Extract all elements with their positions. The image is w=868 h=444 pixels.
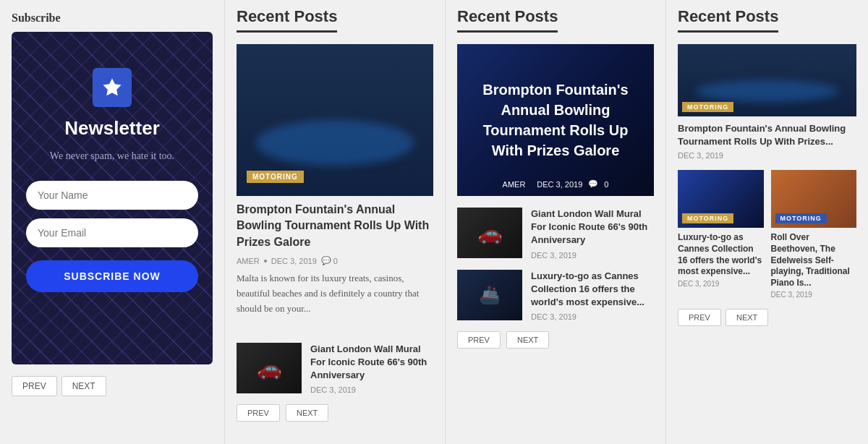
- col1-small-post: Giant London Wall Mural For Iconic Route…: [237, 343, 433, 395]
- email-input[interactable]: [26, 218, 198, 247]
- col2-featured-meta: AMER DEC 3, 2019 💬 0: [457, 179, 654, 189]
- col2-featured-overlay: Brompton Fountain's Annual Bowling Tourn…: [457, 44, 654, 196]
- col2-small-img1: [457, 208, 522, 258]
- next-button[interactable]: NEXT: [61, 376, 106, 396]
- meta-dot: [264, 260, 267, 262]
- col3-small-badge2: MOTORING: [775, 213, 827, 223]
- subscribe-pagination: PREV NEXT: [12, 376, 213, 396]
- col2-comments: 0: [604, 180, 608, 189]
- recent-posts-col2: Recent Posts Brompton Fountain's Annual …: [445, 0, 665, 444]
- col3-small-item2: MOTORING Roll Over Beethoven, The Edelwe…: [771, 170, 857, 299]
- subscribe-button[interactable]: SUBSCRIBE NOW: [26, 260, 198, 292]
- col1-featured-title: Brompton Fountain's Annual Bowling Tourn…: [237, 202, 433, 250]
- col3-small-title1: Luxury-to-go as Cannes Collection 16 off…: [678, 232, 764, 277]
- col3-small-date2: DEC 3, 2019: [771, 291, 857, 299]
- col2-small-title1: Giant London Wall Mural For Iconic Route…: [531, 208, 654, 247]
- name-input[interactable]: [26, 181, 198, 210]
- col3-post1-date: DEC 3, 2019: [678, 151, 856, 160]
- col1-small-content: Giant London Wall Mural For Iconic Route…: [310, 343, 433, 395]
- col2-small-post1: Giant London Wall Mural For Iconic Route…: [457, 208, 654, 260]
- col3-small-badge1: MOTORING: [682, 213, 733, 223]
- col3-next-btn[interactable]: NEXT: [726, 309, 768, 326]
- col1-author: AMER: [237, 257, 260, 265]
- subscribe-box: Newsletter We never spam, we hate it too…: [12, 32, 213, 364]
- col3-small-date1: DEC 3, 2019: [678, 280, 764, 288]
- col1-prev-btn[interactable]: PREV: [237, 404, 280, 422]
- col3-two-col: MOTORING Luxury-to-go as Cannes Collecti…: [678, 170, 856, 299]
- col3-pagination: PREV NEXT: [678, 309, 856, 326]
- col2-small-title2: Luxury-to-go as Cannes Collection 16 off…: [531, 270, 654, 309]
- col3-small-img1: MOTORING: [678, 170, 764, 228]
- col3-post1-image: MOTORING: [678, 44, 856, 116]
- prev-button[interactable]: PREV: [12, 376, 57, 396]
- comment-icon: 💬: [321, 256, 331, 265]
- col2-featured-image: Brompton Fountain's Annual Bowling Tourn…: [457, 44, 654, 196]
- star-svg: [101, 77, 123, 98]
- col1-pagination: PREV NEXT: [237, 404, 433, 422]
- col1-featured-content: Brompton Fountain's Annual Bowling Tourn…: [237, 196, 433, 331]
- col1-featured-post: MOTORING Brompton Fountain's Annual Bowl…: [237, 44, 433, 331]
- newsletter-subtitle: We never spam, we hate it too.: [50, 148, 174, 163]
- col2-featured-post: Brompton Fountain's Annual Bowling Tourn…: [457, 44, 654, 196]
- col3-prev-btn[interactable]: PREV: [678, 309, 721, 326]
- col2-next-btn[interactable]: NEXT: [506, 331, 549, 349]
- col3-post1-title: Brompton Fountain's Annual Bowling Tourn…: [678, 122, 856, 148]
- col1-next-btn[interactable]: NEXT: [286, 404, 328, 422]
- col2-featured-title: Brompton Fountain's Annual Bowling Tourn…: [469, 80, 642, 161]
- col1-featured-image: MOTORING: [237, 44, 433, 196]
- recent-posts-col1: Recent Posts MOTORING Brompton Fountain'…: [224, 0, 445, 444]
- col3-post1-badge: MOTORING: [682, 102, 733, 112]
- col2-section-title: Recent Posts: [457, 7, 558, 33]
- star-icon: [93, 68, 132, 107]
- col1-small-date: DEC 3, 2019: [310, 385, 433, 394]
- col1-small-image: [237, 343, 302, 393]
- col1-featured-overlay: MOTORING: [237, 161, 433, 196]
- col2-small-date2: DEC 3, 2019: [531, 312, 654, 321]
- col2-author: AMER: [503, 180, 526, 189]
- col1-date: DEC 3, 2019: [271, 257, 317, 265]
- newsletter-heading: Newsletter: [64, 117, 160, 140]
- subscribe-panel: Subscribe Newsletter We never spam, we h…: [0, 0, 224, 444]
- col2-small-content1: Giant London Wall Mural For Iconic Route…: [531, 208, 654, 260]
- recent-posts-col3: Recent Posts MOTORING Brompton Fountain'…: [665, 0, 868, 444]
- col1-motoring-badge: MOTORING: [247, 171, 304, 183]
- col2-small-date1: DEC 3, 2019: [531, 251, 654, 260]
- col1-excerpt: Malta is known for its luxury treats, ca…: [237, 271, 433, 316]
- col3-post1: MOTORING Brompton Fountain's Annual Bowl…: [678, 44, 856, 160]
- col3-section-title: Recent Posts: [678, 7, 778, 33]
- col2-comment-icon: 💬: [588, 179, 598, 189]
- col1-section-title: Recent Posts: [237, 7, 337, 33]
- col2-prev-btn[interactable]: PREV: [457, 331, 501, 349]
- subscribe-title: Subscribe: [12, 12, 213, 25]
- col3-small-img2: MOTORING: [771, 170, 857, 228]
- col1-comment-count: 0: [333, 257, 338, 265]
- col1-comments: 💬 0: [321, 256, 338, 265]
- col2-small-post2: Luxury-to-go as Cannes Collection 16 off…: [457, 270, 654, 322]
- col3-small-item1: MOTORING Luxury-to-go as Cannes Collecti…: [678, 170, 764, 299]
- col2-date: DEC 3, 2019: [537, 180, 582, 189]
- col2-small-content2: Luxury-to-go as Cannes Collection 16 off…: [531, 270, 654, 322]
- col2-small-img2: [457, 270, 522, 320]
- col3-small-title2: Roll Over Beethoven, The Edelweiss Self-…: [771, 232, 857, 289]
- col2-pagination: PREV NEXT: [457, 331, 654, 349]
- col1-small-title: Giant London Wall Mural For Iconic Route…: [310, 343, 433, 383]
- col1-featured-meta: AMER DEC 3, 2019 💬 0: [237, 256, 433, 265]
